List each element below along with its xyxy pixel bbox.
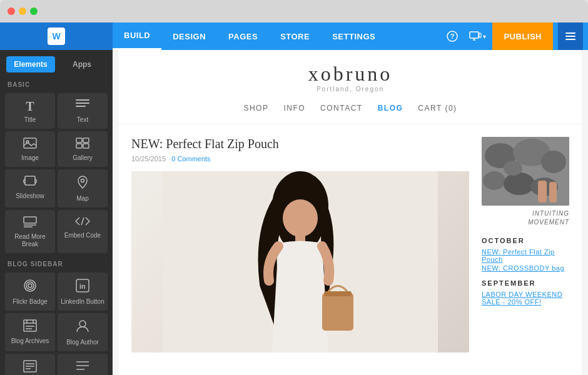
svg-point-35 xyxy=(79,321,86,327)
site-logo: xobruno xyxy=(308,62,393,86)
svg-rect-16 xyxy=(76,144,82,148)
wix-logo: W xyxy=(48,28,65,45)
maximize-button[interactable] xyxy=(30,8,38,15)
blog-post-image xyxy=(131,171,469,352)
nav-blog[interactable]: BLOG xyxy=(378,104,403,112)
element-flickr-badge[interactable]: Flickr Badge xyxy=(5,272,55,311)
svg-rect-58 xyxy=(538,181,547,202)
element-blog-author[interactable]: Blog Author xyxy=(58,313,108,351)
element-title[interactable]: T Title xyxy=(5,93,55,129)
main-area: Elements Apps BASIC T Title xyxy=(0,50,588,375)
flickr-label: Flickr Badge xyxy=(13,298,48,306)
sidebar-image-caption: INTUITINGMOVEMENT xyxy=(482,209,569,227)
close-button[interactable] xyxy=(8,8,15,15)
element-embed-code[interactable]: Embed Code xyxy=(58,210,108,253)
post-date: 10/25/2015 xyxy=(131,155,166,162)
text-icon xyxy=(76,99,89,114)
left-sidebar: Elements Apps BASIC T Title xyxy=(0,50,113,375)
svg-rect-7 xyxy=(565,36,575,37)
nav-info[interactable]: INFO xyxy=(283,104,305,112)
svg-rect-12 xyxy=(24,138,36,148)
help-icon[interactable]: ? xyxy=(442,26,462,46)
title-icon: T xyxy=(26,99,34,114)
svg-rect-15 xyxy=(83,138,89,142)
blog-author-label: Blog Author xyxy=(66,339,99,346)
linkedin-label: LinkedIn Button xyxy=(61,298,104,306)
nav-shop[interactable]: SHOP xyxy=(243,104,268,112)
svg-rect-6 xyxy=(565,32,575,34)
element-image[interactable]: Image xyxy=(5,131,55,167)
tab-apps[interactable]: Apps xyxy=(58,56,106,72)
blog-sidebar-items-grid: Flickr Badge in LinkedIn Button xyxy=(0,270,113,375)
element-blog[interactable]: Blog xyxy=(5,354,55,375)
tab-elements[interactable]: Elements xyxy=(6,56,55,72)
nav-items: BUILD DESIGN PAGES STORE SETTINGS xyxy=(113,22,442,50)
site-tagline: Portland, Oregon xyxy=(317,86,384,92)
image-icon xyxy=(23,138,37,152)
minimize-button[interactable] xyxy=(19,8,26,15)
image-label: Image xyxy=(21,154,39,162)
element-extra[interactable] xyxy=(58,354,108,375)
link-zip-pouch[interactable]: NEW: Perfect Flat Zip Pouch xyxy=(482,248,569,263)
element-read-more[interactable]: Read More Break xyxy=(5,210,55,253)
extra-icon xyxy=(76,360,89,374)
comments-link[interactable]: 0 Comments xyxy=(171,155,210,162)
basic-items-grid: T Title Text xyxy=(0,91,113,256)
gallery-label: Gallery xyxy=(73,154,93,162)
element-gallery[interactable]: Gallery xyxy=(58,131,108,167)
svg-text:?: ? xyxy=(450,32,455,40)
logo-area: W xyxy=(0,22,113,50)
svg-rect-17 xyxy=(83,144,89,148)
sidebar-decorative-image xyxy=(482,137,569,206)
slideshow-label: Slideshow xyxy=(16,192,44,200)
svg-point-55 xyxy=(504,172,535,195)
top-navigation: W BUILD DESIGN PAGES STORE SETTINGS ? xyxy=(0,22,588,50)
content-main: NEW: Perfect Flat Zip Pouch 10/25/2015 0… xyxy=(131,137,469,352)
embed-code-icon xyxy=(75,216,90,229)
device-preview-icon[interactable]: ▾ xyxy=(467,26,487,46)
blog-sidebar-section-label: BLOG SIDEBAR xyxy=(0,256,113,270)
svg-rect-18 xyxy=(25,176,35,185)
gallery-icon xyxy=(76,138,89,152)
svg-rect-11 xyxy=(76,106,86,107)
element-linkedin[interactable]: in LinkedIn Button xyxy=(58,272,108,311)
nav-build[interactable]: BUILD xyxy=(113,22,161,50)
svg-rect-3 xyxy=(479,33,481,38)
site-nav: SHOP INFO CONTACT BLOG CART (0) xyxy=(243,99,457,118)
nav-right: ? ▾ PUBLISH xyxy=(442,22,588,50)
sidebar-tabs: Elements Apps xyxy=(0,50,113,76)
svg-point-26 xyxy=(26,282,34,289)
app-container: W BUILD DESIGN PAGES STORE SETTINGS ? xyxy=(0,22,588,375)
website-preview: xobruno Portland, Oregon SHOP INFO CONTA… xyxy=(113,50,588,375)
link-labor-day[interactable]: LABOR DAY WEEKEND SALE - 20% OFF! xyxy=(482,291,569,306)
browser-chrome xyxy=(0,0,588,22)
map-label: Map xyxy=(76,195,88,202)
basic-section-label: BASIC xyxy=(0,76,113,91)
read-more-label: Read More Break xyxy=(8,233,53,248)
element-slideshow[interactable]: Slideshow xyxy=(5,169,55,208)
blog-post-meta: 10/25/2015 0 Comments xyxy=(131,155,469,162)
publish-button[interactable]: PUBLISH xyxy=(492,22,553,50)
svg-rect-14 xyxy=(76,138,82,142)
nav-pages[interactable]: PAGES xyxy=(217,22,269,50)
nav-design[interactable]: DESIGN xyxy=(161,22,217,50)
element-map[interactable]: Map xyxy=(58,169,108,208)
svg-rect-8 xyxy=(565,39,575,40)
nav-cart[interactable]: CART (0) xyxy=(418,104,457,112)
nav-contact[interactable]: CONTACT xyxy=(320,104,363,112)
element-blog-archives[interactable]: Blog Archives xyxy=(5,313,55,351)
svg-line-23 xyxy=(81,218,84,225)
svg-point-19 xyxy=(81,179,84,182)
svg-rect-59 xyxy=(549,182,557,202)
nav-settings[interactable]: SETTINGS xyxy=(321,22,387,50)
traffic-lights xyxy=(8,8,38,15)
menu-button[interactable] xyxy=(558,22,583,50)
link-crossbody[interactable]: NEW: CROSSBODY bag xyxy=(482,264,569,272)
svg-rect-2 xyxy=(470,32,479,38)
slideshow-icon xyxy=(23,176,37,190)
svg-rect-48 xyxy=(324,291,352,296)
svg-point-49 xyxy=(283,199,318,237)
svg-rect-29 xyxy=(24,320,36,331)
nav-store[interactable]: STORE xyxy=(269,22,321,50)
element-text[interactable]: Text xyxy=(58,93,108,129)
